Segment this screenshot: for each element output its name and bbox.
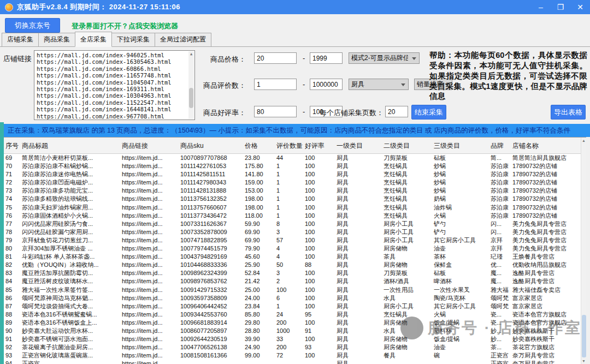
header-category-3[interactable]: 三级类目: [432, 138, 489, 153]
app-window: { "window": { "title": "京狐助手v2.8.4 到期时间：…: [0, 0, 590, 364]
table-row[interactable]: 80京拜304加厚不锈钢油壶 ...https://item.jd...1007…: [4, 244, 586, 253]
table-row[interactable]: 94正瓷宫...https://item.jd...厨具正瓷宫奈万厨具专营店: [4, 360, 586, 364]
header-sku[interactable]: 商品sku: [179, 138, 243, 153]
results-table: 序号 商品标题 商品链接 商品sku 价格 评价数量 好评率 一级类目 二级类目…: [4, 137, 586, 364]
switch-jd-account-button[interactable]: 切换京东号: [5, 18, 60, 33]
header-link[interactable]: 商品链接: [120, 138, 179, 153]
table-row[interactable]: 69简居简洁小麦秸秆切菜板...https://item.jd...100708…: [4, 154, 586, 162]
review-min-input[interactable]: [254, 79, 297, 90]
table-row[interactable]: 75苏泊康天妇罗油炸锅家用...https://item.jd...101137…: [4, 204, 586, 212]
header-title[interactable]: 商品标题: [20, 138, 120, 153]
stop-collect-button[interactable]: 结束采集: [411, 105, 446, 120]
price-min-input[interactable]: [254, 52, 297, 64]
table-cell: [382, 360, 432, 364]
header-category-1[interactable]: 一级类目: [335, 138, 382, 153]
table-cell: 厨房小工具: [382, 228, 432, 236]
header-category-2[interactable]: 二级类目: [382, 138, 432, 153]
table-row[interactable]: 87颂呵梵垃圾袋抽绳式大卷...https://item.jd...100964…: [4, 302, 586, 311]
tab-product-collect[interactable]: 商品采集: [38, 33, 75, 46]
tab-global-filter-config[interactable]: 全局过滤词配置: [155, 33, 211, 46]
table-cell: https://item.jd...: [120, 294, 179, 302]
minimize-icon[interactable]: –: [531, 0, 551, 14]
table-cell: 砧板: [432, 154, 489, 162]
header-index[interactable]: 序号: [4, 138, 20, 153]
pages-input[interactable]: [385, 106, 408, 117]
scroll-down-icon[interactable]: ▼: [581, 358, 586, 364]
tab-dropdown-words[interactable]: 下拉词采集: [111, 33, 155, 46]
table-cell: 82: [4, 261, 20, 269]
price-max-input[interactable]: [310, 52, 343, 64]
table-row[interactable]: 72苏泊康苏泊康凹面电磁炉...https://item.jd...101114…: [4, 178, 586, 187]
table-row[interactable]: 71苏泊康苏泊康迷你电热锅...https://item.jd...101114…: [4, 170, 586, 178]
good-rate-min-input[interactable]: [254, 106, 297, 117]
table-cell: 逸酪厨具专营店: [511, 277, 586, 285]
table-row[interactable]: 85雅大福一次性水果签竹签...https://item.jd...100914…: [4, 286, 586, 294]
table-cell: https://item.jd...: [120, 212, 179, 220]
table-row[interactable]: 88瓷语本色316不锈钢鸳鸯锅...https://item.jd...1009…: [4, 311, 586, 319]
table-cell: 茶...: [489, 343, 511, 351]
header-brand[interactable]: 品牌: [489, 138, 511, 153]
table-cell: 刀剪菜板: [382, 154, 432, 162]
table-cell: 100: [303, 269, 335, 277]
table-cell: 餐具: [382, 351, 432, 360]
header-store-name[interactable]: 店铺名称: [511, 138, 586, 153]
price-label: 商品价格：: [210, 55, 246, 64]
table-row[interactable]: 78闪闪优品硅胶漏勺家用厨...https://item.jd...100733…: [4, 228, 586, 236]
table-row[interactable]: 74苏泊康多精致的珐琅锅线...https://item.jd...101137…: [4, 195, 586, 203]
table-cell: 10098976853762: [179, 277, 243, 285]
export-table-button[interactable]: 导出表格: [551, 105, 586, 120]
header-good-rate[interactable]: 好评率: [303, 138, 335, 153]
table-row[interactable]: 76苏泊康固体酒精炉小火锅...https://item.jd...101137…: [4, 212, 586, 220]
table-row[interactable]: 79京拜鱿鱼切花刀切葱丝刀...https://item.jd...100747…: [4, 236, 586, 244]
maximize-icon[interactable]: ❐: [551, 0, 570, 14]
header-review-count[interactable]: 评价数量: [275, 138, 303, 153]
tab-store-collect[interactable]: 店铺采集: [2, 33, 39, 46]
table-cell: 100: [303, 212, 335, 220]
login-help-link[interactable]: 登录界面打不开？点我安装浏览器: [72, 21, 178, 31]
table-row[interactable]: 77闪闪优品家用硅胶汤勺食...https://item.jd...100733…: [4, 220, 586, 228]
table-row[interactable]: 89瓷语本色316不锈钢饭盒上...https://item.jd...1009…: [4, 319, 586, 327]
table-row[interactable]: 82优勤（YOUQIN）冰箱收纳...https://item.jd...101…: [4, 261, 586, 269]
links-scrollbar-thumb[interactable]: [189, 88, 193, 108]
table-scrollbar-thumb[interactable]: [582, 315, 586, 357]
table-cell: 175.80: [243, 162, 275, 170]
table-row[interactable]: 86颂呵梵原神周边马克杯魈...https://item.jd...100935…: [4, 294, 586, 302]
table-cell: 厨房小工具: [382, 220, 432, 228]
background-window-edge: [0, 122, 4, 364]
category-select[interactable]: 厨具: [349, 79, 409, 90]
status-bar: 正在采集：双鸟瑞莱旗舰店 的第 13 页商品，总进度：（1504\93）— 小提…: [4, 124, 590, 137]
scroll-up-icon[interactable]: ▲: [581, 138, 586, 144]
store-links-textarea[interactable]: https://mall.jd.com/index-946025.htmlhtt…: [34, 50, 195, 120]
table-cell: 颂呵梵: [489, 302, 511, 311]
table-row[interactable]: 92茶花银离子抗菌油壶厨房...https://item.jd...100477…: [4, 343, 586, 351]
table-cell: 瓷语本色官方旗舰店: [511, 311, 586, 319]
table-cell: https://item.jd...: [120, 261, 179, 269]
table-row[interactable]: 81斗彩鸡缸杯 单人茶杯茶盏...https://item.jd...10043…: [4, 253, 586, 261]
table-row[interactable]: 84魔豆胜活树皮纹玻璃杯水...https://item.jd...100989…: [4, 277, 586, 285]
header-price[interactable]: 价格: [243, 138, 275, 153]
table-cell: 10111425811511: [179, 170, 243, 178]
table-cell: https://item.jd...: [120, 253, 179, 261]
table-row[interactable]: 73苏泊康苏泊康多功能元宝...https://item.jd...101114…: [4, 187, 586, 195]
table-cell: https://item.jd...: [120, 319, 179, 327]
table-scrollbar[interactable]: ▲ ▼: [581, 138, 586, 364]
links-scrollbar[interactable]: ▲: [188, 51, 194, 119]
table-cell: 1: [275, 212, 303, 220]
review-max-input[interactable]: [310, 79, 343, 90]
table-row[interactable]: 93正瓷宫钢化玻璃蒸蛋碗蒸...https://item.jd...100815…: [4, 351, 586, 360]
scroll-up-icon[interactable]: ▲: [188, 51, 194, 57]
close-icon[interactable]: ✕: [570, 0, 590, 14]
table-cell: 碗: [432, 351, 489, 360]
table-cell: 玘瑾: [489, 253, 511, 261]
tab-fullstore-collect[interactable]: 全店采集: [75, 32, 112, 47]
table-row[interactable]: 83魔豆胜活加厚抗菌防霉切...https://item.jd...100989…: [4, 269, 586, 277]
mode-select[interactable]: 模式2-可显示品牌信息-速度慢: [349, 52, 420, 64]
table-cell: https://item.jd...: [120, 178, 179, 187]
table-cell: 厨具: [335, 244, 382, 253]
chevron-down-icon: [401, 83, 405, 86]
table-row[interactable]: 90妙奕嘉大肚运动饮用水杯...https://item.jd...100860…: [4, 327, 586, 335]
table-row[interactable]: 91妙奕嘉不锈钢可沥水泡面...https://item.jd...100926…: [4, 335, 586, 343]
table-row[interactable]: 70苏泊康苏泊康不粘锅炒锅...https://item.jd...101114…: [4, 162, 586, 170]
table-cell: 24.00: [243, 294, 275, 302]
table-body: 69简居简洁小麦秸秆切菜板...https://item.jd...100708…: [4, 154, 586, 364]
